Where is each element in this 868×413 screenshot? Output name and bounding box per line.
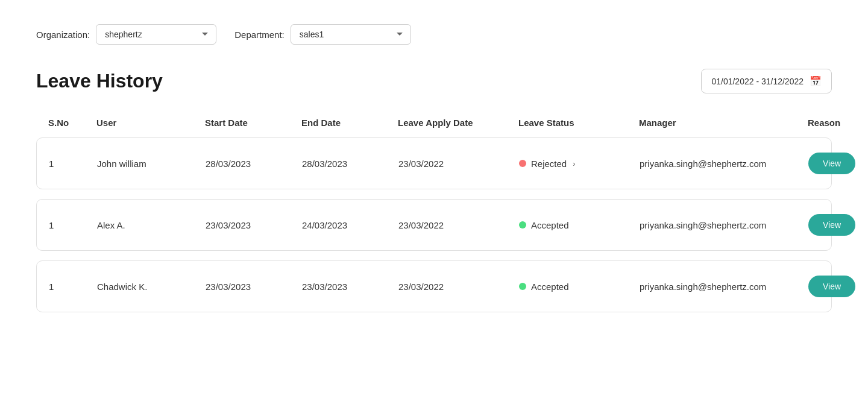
cell-reason[interactable]: View: [808, 214, 868, 236]
table-row: 1 Chadwick K. 23/03/2023 23/03/2023 23/0…: [36, 260, 832, 312]
status-text: Rejected: [531, 159, 567, 169]
cell-sno: 1: [49, 282, 97, 292]
view-button[interactable]: View: [808, 276, 855, 297]
date-range-picker[interactable]: 01/01/2022 - 31/12/2022 📅: [701, 69, 832, 93]
table-row: 1 Alex A. 23/03/2023 24/03/2023 23/03/20…: [36, 199, 832, 251]
filters-row: Organization: shephertz organization1 or…: [36, 24, 832, 45]
col-apply-date: Leave Apply Date: [398, 118, 518, 128]
calendar-icon: 📅: [810, 75, 822, 87]
organization-filter-group: Organization: shephertz organization1 or…: [36, 24, 216, 45]
table-body: 1 John william 28/03/2023 28/03/2023 23/…: [36, 137, 832, 312]
status-dot-rejected: [519, 160, 526, 167]
col-sno: S.No: [48, 118, 96, 128]
cell-status: Accepted: [519, 220, 640, 230]
cell-apply-date: 23/03/2022: [398, 159, 519, 169]
cell-user: John william: [97, 159, 206, 169]
cell-status: Accepted: [519, 282, 640, 292]
chevron-right-icon: ›: [573, 159, 575, 168]
cell-user: Alex A.: [97, 220, 206, 230]
cell-start-date: 23/03/2023: [206, 220, 302, 230]
cell-manager: priyanka.singh@shephertz.com: [640, 159, 808, 169]
cell-reason[interactable]: View: [808, 276, 868, 297]
cell-end-date: 28/03/2023: [302, 159, 398, 169]
view-button[interactable]: View: [808, 214, 855, 236]
organization-select[interactable]: shephertz organization1 organization2: [96, 24, 216, 45]
col-start-date: Start Date: [205, 118, 301, 128]
cell-user: Chadwick K.: [97, 282, 206, 292]
col-manager: Manager: [639, 118, 808, 128]
cell-sno: 1: [49, 220, 97, 230]
status-dot-accepted: [519, 221, 526, 229]
status-dot-accepted: [519, 283, 526, 290]
cell-start-date: 23/03/2023: [206, 282, 302, 292]
department-select[interactable]: sales1 sales2 hr engineering: [291, 24, 411, 45]
table-row: 1 John william 28/03/2023 28/03/2023 23/…: [36, 137, 832, 189]
page-title: Leave History: [36, 70, 163, 92]
table-header: S.No User Start Date End Date Leave Appl…: [36, 118, 832, 137]
cell-apply-date: 23/03/2022: [398, 282, 519, 292]
col-end-date: End Date: [301, 118, 398, 128]
cell-status: Rejected ›: [519, 159, 640, 169]
cell-end-date: 24/03/2023: [302, 220, 398, 230]
status-text: Accepted: [531, 282, 569, 292]
col-user: User: [96, 118, 205, 128]
cell-reason[interactable]: View: [808, 153, 868, 174]
cell-manager: priyanka.singh@shephertz.com: [640, 282, 808, 292]
col-status: Leave Status: [518, 118, 639, 128]
date-range-value: 01/01/2022 - 31/12/2022: [711, 77, 804, 86]
organization-label: Organization:: [36, 30, 90, 40]
cell-end-date: 23/03/2023: [302, 282, 398, 292]
view-button[interactable]: View: [808, 153, 855, 174]
header-row: Leave History 01/01/2022 - 31/12/2022 📅: [36, 69, 832, 93]
col-reason: Reason: [808, 118, 868, 128]
department-label: Department:: [234, 30, 285, 40]
cell-manager: priyanka.singh@shephertz.com: [640, 220, 808, 230]
cell-start-date: 28/03/2023: [206, 159, 302, 169]
department-filter-group: Department: sales1 sales2 hr engineering: [234, 24, 411, 45]
cell-apply-date: 23/03/2022: [398, 220, 519, 230]
status-text: Accepted: [531, 220, 569, 230]
cell-sno: 1: [49, 159, 97, 169]
